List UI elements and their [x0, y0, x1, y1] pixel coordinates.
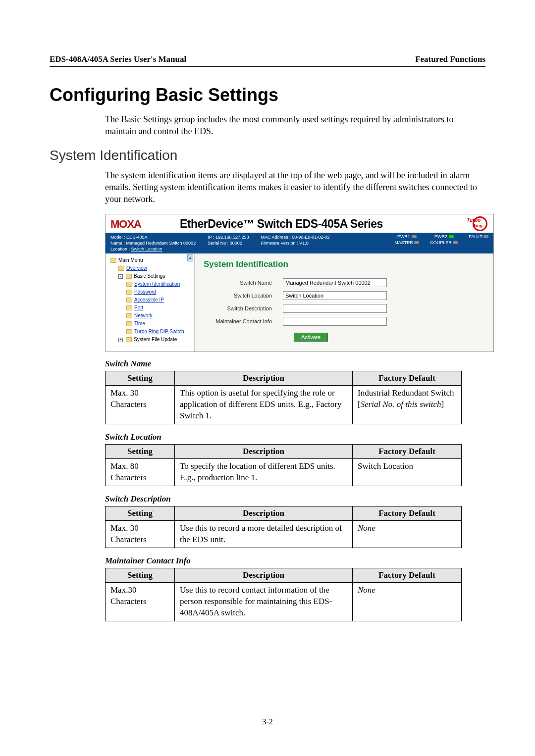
default-italic: Serial No. of this switch	[361, 400, 441, 409]
th-setting: Setting	[106, 568, 175, 583]
table-header-row: Setting Description Factory Default	[106, 568, 462, 583]
tree-password[interactable]: Password	[108, 288, 192, 296]
header-left: EDS-408A/405A Series User's Manual	[50, 54, 186, 64]
td-description: This option is useful for specifying the…	[175, 386, 353, 424]
name-value: Managed Redundant Switch 00002	[126, 241, 196, 246]
serial-value: 00002	[230, 241, 242, 246]
activate-button[interactable]: Activate	[294, 333, 328, 342]
tree-port[interactable]: Port	[108, 304, 192, 312]
tree-system-identification[interactable]: System Identification	[108, 280, 192, 288]
switch-description-label: Switch Description	[204, 305, 283, 311]
folder-icon	[126, 313, 132, 318]
switch-description-input[interactable]	[283, 304, 387, 313]
led-fault: FAULT	[469, 235, 488, 246]
scroll-up-icon[interactable]: ▴	[187, 254, 193, 261]
tree-turbo-ring-dip[interactable]: Turbo Ring DIP Switch	[108, 328, 192, 336]
tree-accessible-ip[interactable]: Accessible IP	[108, 296, 192, 304]
fault-label: FAULT	[469, 234, 482, 239]
tree-network[interactable]: Network	[108, 312, 192, 320]
led-pwr1-master: PWR1 MASTER	[394, 235, 419, 246]
folder-open-icon	[110, 258, 116, 263]
header-right: Featured Functions	[415, 54, 485, 64]
status-leds: PWR1 MASTER PWR2 COUPLER FAULT	[394, 235, 488, 246]
status-col-net: MAC Address : 00-90-E8-01-02-02 Firmware…	[261, 235, 330, 246]
table-header-row: Setting Description Factory Default	[106, 506, 462, 521]
table-switch-description: Setting Description Factory Default Max.…	[105, 506, 462, 548]
section-intro: The system identification items are disp…	[105, 169, 485, 205]
running-header: EDS-408A/405A Series User's Manual Featu…	[50, 54, 485, 67]
table-row: Max.30 Characters Use this to record con…	[106, 583, 462, 621]
mac-label: MAC Address :	[261, 235, 291, 240]
tree-overview[interactable]: Overview	[108, 264, 192, 272]
td-description: To specify the location of different EDS…	[175, 459, 353, 486]
caption-switch-description: Switch Description	[105, 494, 485, 504]
app-topbar: MOXA EtherDevice™ Switch EDS-405A Series…	[106, 214, 493, 233]
status-col-ip: IP : 192.168.127.253 Serial No : 00002	[208, 235, 249, 246]
app-screenshot: MOXA EtherDevice™ Switch EDS-405A Series…	[105, 214, 494, 352]
led-coupler-icon	[453, 241, 458, 244]
led-pwr1-icon	[412, 235, 417, 238]
ip-label: IP :	[208, 235, 214, 240]
tree-collapse-icon[interactable]: -	[118, 274, 123, 279]
turbo-ring-badge: Turbo Ring	[469, 216, 487, 231]
td-setting: Max.30 Characters	[106, 583, 175, 621]
panel-title: System Identification	[204, 259, 484, 269]
th-description: Description	[175, 506, 353, 521]
table-switch-name: Setting Description Factory Default Max.…	[105, 371, 462, 424]
tree-basic-settings[interactable]: -Basic Settings	[108, 272, 192, 280]
table-row: Max. 30 Characters Use this to record a …	[106, 521, 462, 548]
switch-location-input[interactable]	[283, 291, 387, 300]
th-default: Factory Default	[353, 506, 462, 521]
led-pwr2-icon	[449, 235, 454, 238]
page-number: 3-2	[0, 717, 535, 726]
tree-expand-icon[interactable]: +	[118, 338, 123, 342]
table-header-row: Setting Description Factory Default	[106, 371, 462, 386]
default-suffix: ]	[441, 400, 444, 409]
page: EDS-408A/405A Series User's Manual Featu…	[0, 0, 535, 756]
location-label: Location :	[110, 247, 130, 252]
tree-system-file-update[interactable]: +System File Update	[108, 336, 192, 344]
model-label: Model :	[110, 235, 125, 240]
th-default: Factory Default	[353, 445, 462, 459]
serial-label: Serial No :	[208, 241, 228, 246]
tree-time[interactable]: Time	[108, 320, 192, 328]
product-title: EtherDevice™ Switch EDS-405A Series	[180, 217, 383, 231]
status-col-device: Model : EDS-405A Name : Managed Redundan…	[110, 235, 196, 252]
default-none: None	[358, 523, 375, 533]
th-setting: Setting	[106, 445, 175, 459]
td-default: None	[353, 583, 462, 621]
folder-icon	[126, 282, 132, 287]
tree-main-menu[interactable]: Main Menu	[108, 256, 192, 264]
caption-maintainer: Maintainer Contact Info	[105, 556, 485, 566]
page-title: Configuring Basic Settings	[50, 85, 485, 105]
app-body: ▴ Main Menu Overview -Basic Settings Sys…	[106, 253, 493, 352]
folder-icon	[126, 329, 132, 334]
master-label: MASTER	[394, 240, 413, 245]
td-description: Use this to record a more detailed descr…	[175, 521, 353, 548]
row-switch-description: Switch Description	[204, 304, 484, 313]
fw-label: Firmware Version :	[261, 241, 298, 246]
pwr1-label: PWR1	[397, 234, 410, 239]
th-default: Factory Default	[353, 568, 462, 583]
td-description: Use this to record contact information o…	[175, 583, 353, 621]
table-row: Max. 80 Characters To specify the locati…	[106, 459, 462, 486]
caption-switch-location: Switch Location	[105, 432, 485, 442]
td-setting: Max. 30 Characters	[106, 521, 175, 548]
name-label: Name :	[110, 241, 125, 246]
switch-name-label: Switch Name	[204, 280, 283, 286]
td-setting: Max. 80 Characters	[106, 459, 175, 486]
mac-value: 00-90-E8-01-02-02	[292, 235, 329, 240]
th-setting: Setting	[106, 371, 175, 386]
row-switch-location: Switch Location	[204, 291, 484, 300]
maintainer-input[interactable]	[283, 317, 387, 326]
status-bar: Model : EDS-405A Name : Managed Redundan…	[106, 233, 493, 253]
location-value[interactable]: Switch Location	[131, 247, 162, 252]
ip-value: 192.168.127.253	[215, 235, 249, 240]
default-none: None	[358, 585, 375, 595]
ring-text: Ring	[473, 223, 482, 228]
td-default: None	[353, 521, 462, 548]
th-default: Factory Default	[353, 371, 462, 386]
led-pwr2-coupler: PWR2 COUPLER	[430, 235, 458, 246]
switch-name-input[interactable]	[283, 278, 387, 287]
pwr2-label: PWR2	[434, 234, 447, 239]
